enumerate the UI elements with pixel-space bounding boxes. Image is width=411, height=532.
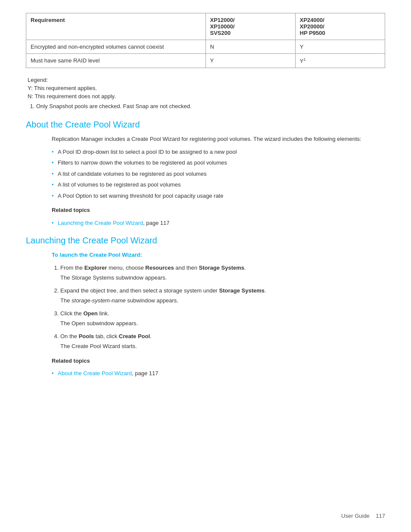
- about-related-topics-list: Launching the Create Pool Wizard, page 1…: [52, 219, 385, 227]
- launching-related-topic-link-1[interactable]: About the Create Pool Wizard: [58, 370, 132, 376]
- table-cell-col2-2: Y1: [295, 54, 385, 68]
- step2-italic: storage-system-name: [72, 297, 126, 304]
- step4-bold2: Create Pool: [119, 333, 150, 339]
- about-related-topic-1: Launching the Create Pool Wizard, page 1…: [52, 219, 385, 227]
- launching-step-4: On the Pools tab, click Create Pool. The…: [60, 332, 385, 351]
- step1-mid1: menu, choose: [107, 264, 145, 271]
- launching-step-2: Expand the object tree, and then select …: [60, 286, 385, 305]
- table-header-col1: XP12000/ XP10000/ SVS200: [206, 13, 295, 40]
- step2-subtext: The storage-system-name subwindow appear…: [60, 296, 385, 305]
- superscript-1: 1: [303, 57, 305, 62]
- step4-subtext: The Create Pool Wizard starts.: [60, 342, 385, 351]
- legend-numbered-list: Only Snapshot pools are checked. Fast Sn…: [28, 103, 385, 109]
- footer-page-number: 117: [376, 513, 385, 519]
- launching-section-content: To launch the Create Pool Wizard: From t…: [26, 251, 385, 378]
- launching-steps-list: From the Explorer menu, choose Resources…: [52, 264, 385, 351]
- step1-bold2: Resources: [145, 264, 174, 271]
- table-header-requirement: Requirement: [26, 13, 206, 40]
- about-section-content: Replication Manager includes a Create Po…: [26, 135, 385, 227]
- about-related-topic-suffix-1: , page 117: [143, 220, 169, 226]
- step3-suffix: link.: [98, 310, 109, 317]
- legend-n: N: This requirement does not apply.: [28, 93, 385, 100]
- footer-label: User Guide: [341, 513, 370, 519]
- about-bullet-5: A Pool Option to set warning threshold f…: [52, 192, 385, 200]
- launching-related-topics-label: Related topics: [52, 357, 385, 365]
- about-bullet-4: A list of volumes to be registered as po…: [52, 180, 385, 189]
- step3-prefix: Click the: [60, 310, 83, 317]
- table-cell-requirement-1: Encrypted and non-encrypted volumes cann…: [26, 40, 206, 54]
- launching-step-3: Click the Open link. The Open subwindow …: [60, 309, 385, 328]
- launching-related-topic-1: About the Create Pool Wizard, page 117: [52, 369, 385, 378]
- about-related-topic-link-1[interactable]: Launching the Create Pool Wizard: [58, 220, 143, 226]
- step1-subtext: The Storage Systems subwindow appears.: [60, 274, 385, 282]
- step2-subtext-prefix: The: [60, 297, 72, 304]
- about-bullet-3: A list of candidate volumes to be regist…: [52, 170, 385, 178]
- table-cell-col2-1: Y: [295, 40, 385, 54]
- step2-subtext-suffix: subwindow appears.: [126, 297, 178, 304]
- table-header-col2: XP24000/ XP20000/ HP P9500: [295, 13, 385, 40]
- step3-subtext: The Open subwindow appears.: [60, 319, 385, 328]
- about-intro: Replication Manager includes a Create Po…: [52, 135, 385, 143]
- launching-step-1: From the Explorer menu, choose Resources…: [60, 264, 385, 282]
- step1-bold3: Storage Systems: [199, 264, 245, 271]
- step4-bold1: Pools: [79, 333, 94, 339]
- step1-suffix: .: [244, 264, 246, 271]
- launching-related-topics: Related topics About the Create Pool Wiz…: [52, 357, 385, 378]
- about-bullet-2: Filters to narrow down the volumes to be…: [52, 159, 385, 167]
- step2-bold1: Storage Systems: [219, 287, 265, 294]
- step4-suffix: .: [150, 333, 152, 339]
- launching-sub-heading: To launch the Create Pool Wizard:: [52, 251, 385, 259]
- legend-section: Legend: Y: This requirement applies. N: …: [26, 77, 385, 109]
- about-related-topics: Related topics Launching the Create Pool…: [52, 206, 385, 227]
- page-footer: User Guide 117: [341, 513, 385, 519]
- step1-mid2: and then: [174, 264, 199, 271]
- legend-y: Y: This requirement applies.: [28, 85, 385, 91]
- launching-related-topics-list: About the Create Pool Wizard, page 117: [52, 369, 385, 378]
- step1-prefix: From the: [60, 264, 84, 271]
- table-row: Encrypted and non-encrypted volumes cann…: [26, 40, 385, 54]
- launching-related-topic-suffix-1: , page 117: [132, 370, 158, 376]
- table-cell-col1-2: Y: [206, 54, 295, 68]
- table-row: Must have same RAID level Y Y1: [26, 54, 385, 68]
- step4-prefix: On the: [60, 333, 79, 339]
- legend-label: Legend:: [28, 77, 385, 83]
- page-content: Requirement XP12000/ XP10000/ SVS200 XP2…: [26, 13, 385, 378]
- step3-bold1: Open: [83, 310, 97, 317]
- table-cell-requirement-2: Must have same RAID level: [26, 54, 206, 68]
- about-bullets-list: A Pool ID drop-down list to select a poo…: [52, 148, 385, 200]
- requirement-table: Requirement XP12000/ XP10000/ SVS200 XP2…: [26, 13, 385, 68]
- table-cell-col1-1: N: [206, 40, 295, 54]
- step1-bold1: Explorer: [84, 264, 107, 271]
- about-related-topics-label: Related topics: [52, 206, 385, 215]
- step4-mid: tab, click: [94, 333, 119, 339]
- about-section-heading: About the Create Pool Wizard: [26, 120, 385, 130]
- step2-prefix: Expand the object tree, and then select …: [60, 287, 219, 294]
- launching-section-heading: Launching the Create Pool Wizard: [26, 236, 385, 246]
- about-bullet-1: A Pool ID drop-down list to select a poo…: [52, 148, 385, 156]
- step2-suffix: .: [265, 287, 266, 294]
- legend-numbered-item-1: Only Snapshot pools are checked. Fast Sn…: [36, 103, 385, 109]
